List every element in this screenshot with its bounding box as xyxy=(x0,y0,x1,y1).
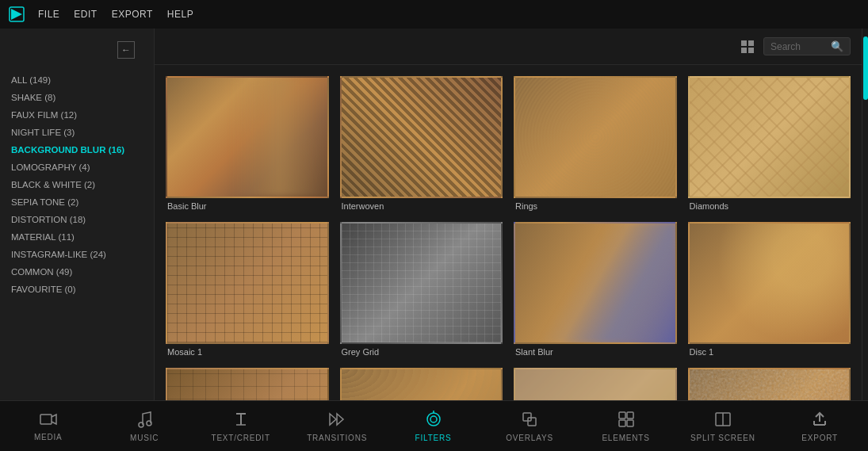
bottom-nav-label-filters: FILTERS xyxy=(415,434,452,442)
filter-item-slant-blur[interactable]: Slant Blur xyxy=(514,222,677,357)
sidebar-item-label-shake: SHAKE (8) xyxy=(11,93,55,102)
menu-edit[interactable]: EDIT xyxy=(74,9,97,20)
menu-export[interactable]: EXPORT xyxy=(112,9,153,20)
sidebar-item-faux-film[interactable]: FAUX FILM (12) xyxy=(0,106,154,124)
bottom-nav-transitions[interactable]: TRANSITIONS xyxy=(305,411,369,442)
filter-item-disc-1[interactable]: Disc 1 xyxy=(688,222,851,357)
search-input[interactable] xyxy=(770,41,826,52)
filter-thumb-disc-1 xyxy=(688,222,851,344)
menu-help[interactable]: HELP xyxy=(167,9,193,20)
sidebar-item-shake[interactable]: SHAKE (8) xyxy=(0,89,154,106)
sidebar: ← ALL (149)SHAKE (8)FAUX FILM (12)NIGHT … xyxy=(0,29,155,400)
overlays-icon xyxy=(521,411,538,430)
sidebar-item-label-faux-film: FAUX FILM (12) xyxy=(11,110,77,120)
sidebar-item-all[interactable]: ALL (149) xyxy=(0,71,154,89)
bottom-nav-label-overlays: OVERLAYS xyxy=(506,434,553,442)
svg-rect-5 xyxy=(748,48,754,53)
svg-rect-2 xyxy=(741,40,747,46)
svg-rect-17 xyxy=(523,413,531,421)
filter-thumb-mosaic-2 xyxy=(166,368,329,400)
svg-rect-6 xyxy=(40,415,52,424)
bottom-nav-music[interactable]: MUSIC xyxy=(113,411,176,442)
svg-point-15 xyxy=(430,416,437,422)
text-credit-icon xyxy=(233,411,249,430)
filter-item-mosaic-2[interactable]: Mosaic 2 xyxy=(166,368,329,400)
bottom-nav-label-music: MUSIC xyxy=(130,434,159,442)
sidebar-item-label-background-blur: BACKGROUND BLUR (16) xyxy=(11,145,124,155)
sidebar-item-label-favourite: FAVOURITE (0) xyxy=(11,285,76,294)
filter-thumb-grey-grid xyxy=(340,222,503,344)
bottom-nav-filters[interactable]: FILTERS xyxy=(402,411,465,442)
svg-rect-20 xyxy=(627,412,633,419)
sidebar-item-favourite[interactable]: FAVOURITE (0) xyxy=(0,281,154,298)
filter-label-mosaic-1: Mosaic 1 xyxy=(166,347,329,357)
bottom-nav-text-credit[interactable]: TEXT/CREDIT xyxy=(209,411,273,442)
sidebar-item-common[interactable]: COMMON (49) xyxy=(0,263,154,281)
menu-file[interactable]: FILE xyxy=(38,9,59,20)
filter-thumb-diamonds xyxy=(688,76,851,198)
sidebar-item-label-all: ALL (149) xyxy=(11,75,51,85)
filter-thumb-mosaic-1 xyxy=(166,222,329,344)
filter-item-static[interactable]: Static xyxy=(688,368,851,400)
filter-label-diamonds: Diamonds xyxy=(688,201,851,211)
bottom-nav-export[interactable]: EXPORT xyxy=(788,411,851,442)
sidebar-item-night-life[interactable]: NIGHT LIFE (3) xyxy=(0,124,154,141)
svg-rect-22 xyxy=(627,420,633,426)
bottom-nav-split-screen[interactable]: SPLIT SCREEN xyxy=(690,411,755,442)
filter-grid: Basic BlurInterwovenRingsDiamondsMosaic … xyxy=(155,65,862,400)
filter-label-rings: Rings xyxy=(514,201,677,211)
svg-point-14 xyxy=(427,413,440,426)
media-icon xyxy=(39,411,58,430)
svg-marker-13 xyxy=(337,414,343,425)
bottom-nav-media[interactable]: MEDIA xyxy=(17,411,80,441)
sidebar-item-distortion[interactable]: DISTORTION (18) xyxy=(0,211,154,228)
filter-thumb-static xyxy=(688,368,851,400)
sidebar-item-material[interactable]: MATERIAL (11) xyxy=(0,228,154,246)
svg-rect-18 xyxy=(528,418,536,426)
filter-label-interwoven: Interwoven xyxy=(340,201,503,211)
filter-thumb-interwoven xyxy=(340,76,503,198)
filter-item-scales[interactable]: Scales xyxy=(340,368,503,400)
svg-rect-21 xyxy=(619,420,625,426)
sidebar-item-label-sepia-tone: SEPIA TONE (2) xyxy=(11,197,78,207)
sidebar-item-black-white[interactable]: BLACK & WHITE (2) xyxy=(0,176,154,193)
filter-item-mosaic-1[interactable]: Mosaic 1 xyxy=(166,222,329,357)
sidebar-item-background-blur[interactable]: BACKGROUND BLUR (16) xyxy=(0,141,154,159)
filter-item-diamonds[interactable]: Diamonds xyxy=(688,76,851,211)
filter-label-disc-1: Disc 1 xyxy=(688,347,851,357)
title-bar: FILE EDIT EXPORT HELP xyxy=(0,0,868,29)
svg-marker-12 xyxy=(330,414,336,425)
transitions-icon xyxy=(328,411,346,430)
filter-item-rings[interactable]: Rings xyxy=(514,76,677,211)
top-bar: 🔍 xyxy=(155,29,862,65)
sidebar-item-instagram-like[interactable]: INSTAGRAM-LIKE (24) xyxy=(0,246,154,263)
bottom-nav-label-split-screen: SPLIT SCREEN xyxy=(690,434,755,442)
filter-item-grey-grid[interactable]: Grey Grid xyxy=(340,222,503,357)
sidebar-item-label-distortion: DISTORTION (18) xyxy=(11,215,86,224)
bottom-nav-overlays[interactable]: OVERLAYS xyxy=(498,411,561,442)
filter-label-slant-blur: Slant Blur xyxy=(514,347,677,357)
filter-item-frosted[interactable]: Frosted xyxy=(514,368,677,400)
bottom-nav-label-media: MEDIA xyxy=(34,433,63,441)
filters-icon xyxy=(425,411,442,430)
app-logo xyxy=(8,6,25,23)
bottom-nav-elements[interactable]: ELEMENTS xyxy=(595,411,658,442)
sidebar-back-button[interactable]: ← xyxy=(117,41,135,59)
scrollbar[interactable] xyxy=(862,29,868,400)
filter-thumb-scales xyxy=(340,368,503,400)
filter-item-interwoven[interactable]: Interwoven xyxy=(340,76,503,211)
svg-marker-0 xyxy=(11,9,22,20)
search-icon: 🔍 xyxy=(831,40,843,52)
bottom-nav-label-text-credit: TEXT/CREDIT xyxy=(211,434,270,442)
sidebar-item-sepia-tone[interactable]: SEPIA TONE (2) xyxy=(0,193,154,211)
sidebar-item-label-night-life: NIGHT LIFE (3) xyxy=(11,128,75,137)
filter-item-basic-blur[interactable]: Basic Blur xyxy=(166,76,329,211)
sidebar-item-lomography[interactable]: LOMOGRAPHY (4) xyxy=(0,159,154,176)
filter-label-basic-blur: Basic Blur xyxy=(166,201,329,211)
sidebar-item-label-instagram-like: INSTAGRAM-LIKE (24) xyxy=(11,250,106,259)
music-icon xyxy=(136,411,152,430)
elements-icon xyxy=(618,411,635,430)
main-area: ← ALL (149)SHAKE (8)FAUX FILM (12)NIGHT … xyxy=(0,29,868,400)
grid-view-button[interactable] xyxy=(740,39,755,55)
filter-label-grey-grid: Grey Grid xyxy=(340,347,503,357)
